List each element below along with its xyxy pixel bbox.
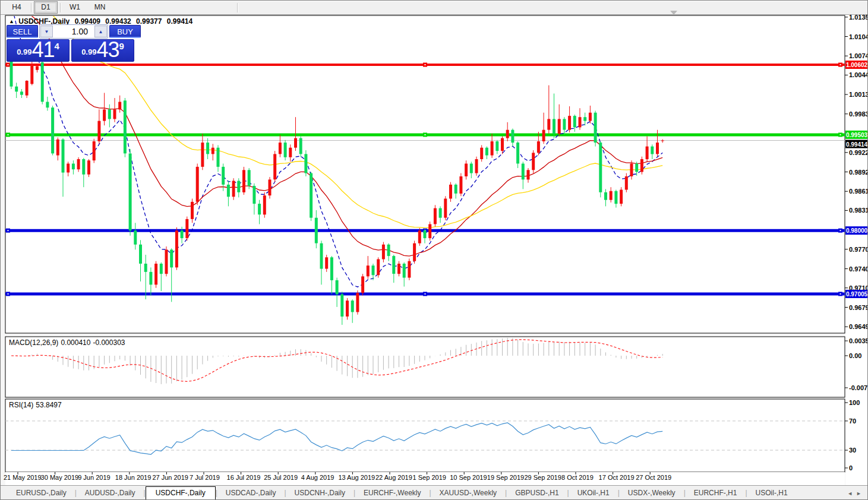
toolbar-separator [237, 3, 238, 12]
date-axis-label: 21 May 2019 [4, 474, 42, 481]
price-tag-0.98000: 0.98000 [845, 226, 868, 235]
date-axis-label: 8 Oct 2019 [561, 474, 594, 481]
price-axis-label: 1.00440 [849, 71, 868, 78]
timeframe-d1-button[interactable]: D1 [34, 1, 58, 14]
tab-xauusd-weekly[interactable]: XAUUSD-,Weekly [431, 487, 505, 499]
rsi-label: RSI(14)53.8497 [9, 401, 64, 409]
tab-scroll-right-icon[interactable]: ► [856, 490, 865, 496]
timeframe-w1-button[interactable]: W1 [63, 1, 87, 14]
macd-main-value: 0.000410 [61, 338, 90, 347]
date-axis-label: 25 Jul 2019 [264, 474, 298, 481]
tab-eurchf-h1[interactable]: EURCHF-,H1 [686, 487, 746, 499]
date-axis-label: 16 Jul 2019 [227, 474, 261, 481]
price-axis-label: 0.96795 [849, 304, 868, 311]
sell-price-display[interactable]: 0.99414 [7, 39, 70, 62]
line-handle-dot [8, 64, 9, 65]
price-axis-label: 0.99225 [849, 149, 868, 156]
macd-axis-label: 0.003574 [849, 337, 868, 344]
chart-canvas[interactable]: 1.013501.010451.007401.004401.001350.998… [1, 1, 868, 500]
price-axis-label: 0.98615 [849, 188, 868, 195]
date-axis-label: 27 Oct 2019 [636, 474, 671, 481]
tab-usdcad-daily[interactable]: USDCAD-,Daily [217, 487, 285, 499]
line-handle-dot [8, 230, 9, 231]
timeframe-mn-button[interactable]: MN [88, 1, 112, 14]
buy-price-base: 0.99 [81, 45, 96, 60]
price-axis-label: 0.98315 [849, 207, 868, 214]
tab-usdcnh-daily[interactable]: USDCNH-,Daily [286, 487, 353, 499]
price-axis-label: 1.00740 [849, 52, 868, 59]
svg-text:1.00602: 1.00602 [846, 62, 868, 68]
rsi-pane [5, 399, 845, 472]
one-click-trading-panel: SELL ▼ 1.00 ▲ BUY 0.99414 0.99439 [7, 24, 141, 62]
volume-decrease-button[interactable]: ▼ [40, 26, 53, 37]
svg-text:0.97005: 0.97005 [846, 291, 868, 298]
date-axis-label: 9 Jun 2019 [78, 474, 110, 481]
line-handle-dot [8, 293, 9, 295]
macd-label: MACD(12,26,9)0.000410-0.000303 [9, 338, 127, 347]
tab-ukoil-h1[interactable]: UKOil-,H1 [569, 487, 618, 499]
chart-autoscroll-icon[interactable] [670, 11, 677, 15]
date-axis-label: 22 Aug 2019 [375, 474, 412, 481]
line-handle-dot [840, 293, 841, 295]
chart-tab-bar: EURUSD-,Daily|AUDUSD-,Daily|USDCHF-,Dail… [1, 485, 868, 499]
rsi-axis-label: 70 [849, 417, 856, 425]
svg-text:0.99503: 0.99503 [846, 132, 868, 138]
price-axis-label: 0.99830 [849, 110, 868, 118]
price-tag-0.99503: 0.99503 [845, 131, 868, 139]
macd-signal-value: -0.000303 [93, 338, 125, 347]
tab-usoil-h1[interactable]: USOil-,H1 [747, 487, 796, 499]
date-axis-label: 19 Sep 2019 [487, 474, 524, 481]
mt4-chart-window: H4 D1 W1 MN 1.013501.010451.007401.00440… [0, 0, 868, 500]
price-axis-label: 0.98920 [849, 169, 868, 176]
rsi-axis-label: 0 [849, 464, 853, 471]
line-handle-dot [425, 134, 426, 135]
tab-eurchf-weekly[interactable]: EURCHF-,Weekly [355, 487, 429, 499]
current-price-tag: 0.99414 [845, 140, 868, 148]
line-handle-dot [840, 230, 841, 231]
tab-scroll-left-icon[interactable]: ◄ [847, 490, 856, 496]
date-axis-label: 29 Sep 2019 [524, 474, 561, 481]
buy-button[interactable]: BUY [109, 25, 141, 38]
date-axis-label: 18 Jun 2019 [115, 474, 151, 481]
sell-button[interactable]: SELL [7, 25, 38, 38]
sell-price-pip: 4 [55, 42, 59, 50]
horizontal-level-line-0.99503[interactable] [5, 132, 845, 137]
toolbar-separator [31, 3, 31, 12]
volume-input[interactable]: 1.00 [53, 25, 94, 38]
macd-axis-label: -0.00749 [849, 384, 868, 391]
symbol-arrow-icon: ▲ [9, 18, 14, 24]
tab-audusd-daily[interactable]: AUDUSD-,Daily [77, 487, 144, 499]
line-handle-dot [840, 64, 841, 65]
date-axis-label: 30 May 2019 [41, 474, 79, 481]
rsi-axis-label: 30 [849, 447, 856, 454]
buy-price-display[interactable]: 0.99439 [71, 39, 134, 62]
price-axis-label: 0.96490 [849, 323, 868, 330]
price-axis-label: 1.01045 [849, 33, 868, 40]
timeframe-toolbar: H4 D1 W1 MN [1, 1, 868, 15]
timeframe-h4-button[interactable]: H4 [5, 1, 29, 14]
tab-usdx-weekly[interactable]: USDX-,Weekly [620, 487, 684, 499]
tab-scroll-arrows[interactable]: ◄► [847, 490, 865, 496]
macd-axis-label: 0.00 [849, 352, 861, 359]
line-handle-dot [8, 134, 9, 135]
sell-price-base: 0.99 [17, 45, 31, 60]
tab-eurusd-daily[interactable]: EURUSD-,Daily [8, 487, 75, 499]
svg-text:0.98000: 0.98000 [846, 227, 868, 234]
volume-box: ▼ 1.00 ▲ [39, 24, 108, 39]
volume-increase-button[interactable]: ▲ [94, 26, 107, 37]
price-tag-1.00602: 1.00602 [845, 61, 868, 69]
price-axis-label: 0.97400 [849, 265, 868, 273]
toolbar-separator [60, 3, 61, 12]
price-axis-label: 1.00135 [849, 91, 868, 98]
rsi-axis-label: 100 [849, 399, 860, 406]
price-tag-0.97005: 0.97005 [845, 290, 868, 298]
date-axis-label: 4 Aug 2019 [301, 474, 334, 481]
line-handle-dot [425, 64, 426, 65]
date-axis-label: 1 Sep 2019 [413, 474, 446, 481]
tab-gbpusd-h1[interactable]: GBPUSD-,H1 [507, 487, 567, 499]
date-axis-label: 10 Sep 2019 [450, 474, 487, 481]
buy-price-big: 43 [96, 40, 119, 60]
horizontal-level-line-0.97005[interactable] [5, 292, 845, 296]
tab-usdchf-daily[interactable]: USDCHF-,Daily [146, 486, 216, 500]
rsi-name: RSI(14) [9, 401, 33, 409]
